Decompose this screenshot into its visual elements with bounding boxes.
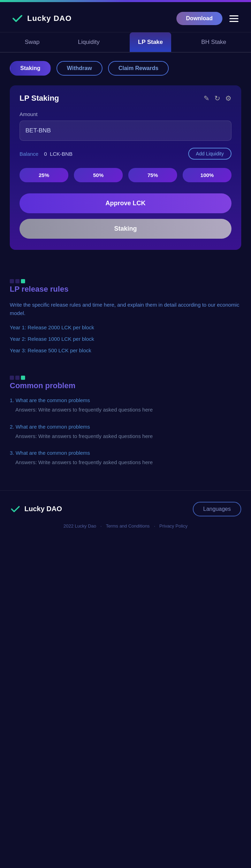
faq-item-3: 3. What are the common problems Answers:… [10, 450, 241, 467]
hamburger-line-2 [229, 18, 238, 19]
sub-tab-staking[interactable]: Staking [10, 61, 51, 76]
release-rules-title: LP release rules [10, 285, 241, 294]
footer: Lucky DAO Languages 2022 Lucky Dao · Ter… [0, 490, 251, 537]
hamburger-line-3 [229, 21, 238, 22]
sub-tabs: Staking Withdraw Claim Rewards [0, 53, 251, 80]
sq-dark-4 [15, 376, 20, 380]
languages-button[interactable]: Languages [193, 502, 241, 516]
footer-links: 2022 Lucky Dao · Terms and Conditions · … [10, 523, 241, 529]
faq-a-3: Answers: Write answers to frequently ask… [10, 459, 241, 467]
settings-icon[interactable]: ⚙ [225, 94, 231, 102]
footer-dot-1: · [100, 523, 102, 529]
main-content: LP Staking ✎ ↻ ⚙ Amount BET-BNB Balance … [0, 80, 251, 272]
faq-a-2: Answers: Write answers to frequently ask… [10, 432, 241, 440]
amount-input-text: BET-BNB [25, 127, 51, 134]
pct-row: 25% 50% 75% 100% [20, 168, 231, 182]
card-icons: ✎ ↻ ⚙ [204, 94, 231, 102]
hamburger-line-1 [229, 15, 238, 16]
staking-button[interactable]: Staking [20, 219, 231, 239]
section-marker-release [10, 279, 241, 283]
amount-label: Amount [20, 111, 231, 117]
faq-a-1: Answers: Write answers to frequently ask… [10, 406, 241, 414]
sq-dark-2 [15, 279, 20, 283]
pct-50-button[interactable]: 50% [74, 168, 123, 182]
footer-top: Lucky DAO Languages [10, 502, 241, 516]
faq-q-3: 3. What are the common problems [10, 450, 241, 456]
amount-input-box[interactable]: BET-BNB [20, 121, 231, 141]
logo-area: Lucky DAO [11, 12, 72, 25]
tab-swap[interactable]: Swap [16, 32, 48, 52]
release-rule-2: Year 2: Release 1000 LCK per block [10, 336, 241, 342]
release-rule-3: Year 3: Release 500 LCK per block [10, 347, 241, 353]
balance-value: 0 LCK-BNB [44, 151, 73, 157]
tab-liquidity[interactable]: Liquidity [69, 32, 108, 52]
tab-lp-stake[interactable]: LP Stake [130, 32, 172, 52]
balance-label: Balance [20, 151, 38, 157]
balance-left: Balance 0 LCK-BNB [20, 151, 73, 157]
faq-item-1: 1. What are the common problems Answers:… [10, 397, 241, 414]
hamburger-menu[interactable] [228, 14, 240, 23]
sq-teal-2 [21, 376, 25, 380]
logo-text: Lucky DAO [27, 14, 72, 23]
release-intro: Write the specific release rules and tim… [10, 301, 241, 317]
sq-dark-1 [10, 279, 14, 283]
approve-button[interactable]: Approve LCK [20, 193, 231, 213]
lp-card-title: LP Staking [20, 94, 59, 103]
faq-item-2: 2. What are the common problems Answers:… [10, 424, 241, 440]
logo-icon [11, 12, 24, 25]
pct-25-button[interactable]: 25% [20, 168, 68, 182]
footer-terms-link[interactable]: Terms and Conditions [106, 523, 150, 529]
download-button[interactable]: Download [176, 12, 222, 25]
sub-tab-withdraw[interactable]: Withdraw [56, 61, 102, 76]
lp-card-header: LP Staking ✎ ↻ ⚙ [20, 94, 231, 103]
pct-75-button[interactable]: 75% [128, 168, 177, 182]
refresh-icon[interactable]: ↻ [214, 94, 220, 102]
footer-logo-icon [10, 504, 21, 515]
tab-bh-stake[interactable]: BH Stake [193, 32, 235, 52]
lp-staking-card: LP Staking ✎ ↻ ⚙ Amount BET-BNB Balance … [10, 85, 241, 250]
sq-teal-1 [21, 279, 25, 283]
common-problem-section: Common problem 1. What are the common pr… [0, 369, 251, 490]
footer-logo-text: Lucky DAO [24, 505, 62, 513]
nav-tabs: Swap Liquidity LP Stake BH Stake [0, 32, 251, 53]
release-rules-section: LP release rules Write the specific rele… [0, 272, 251, 369]
header-right: Download [176, 12, 240, 25]
faq-q-2: 2. What are the common problems [10, 424, 241, 430]
footer-logo: Lucky DAO [10, 504, 62, 515]
release-rule-1: Year 1: Release 2000 LCK per block [10, 324, 241, 330]
add-liquidity-button[interactable]: Add Liquidity [188, 148, 231, 160]
balance-row: Balance 0 LCK-BNB Add Liquidity [20, 148, 231, 160]
common-problem-title: Common problem [10, 381, 241, 390]
footer-copyright: 2022 Lucky Dao [63, 523, 96, 529]
pct-100-button[interactable]: 100% [183, 168, 231, 182]
sub-tab-claim-rewards[interactable]: Claim Rewards [108, 61, 169, 76]
sq-dark-3 [10, 376, 14, 380]
section-marker-common [10, 376, 241, 380]
header: Lucky DAO Download [0, 2, 251, 32]
faq-q-1: 1. What are the common problems [10, 397, 241, 403]
footer-privacy-link[interactable]: Privacy Policy [159, 523, 188, 529]
footer-dot-2: · [154, 523, 155, 529]
edit-icon[interactable]: ✎ [204, 94, 210, 102]
